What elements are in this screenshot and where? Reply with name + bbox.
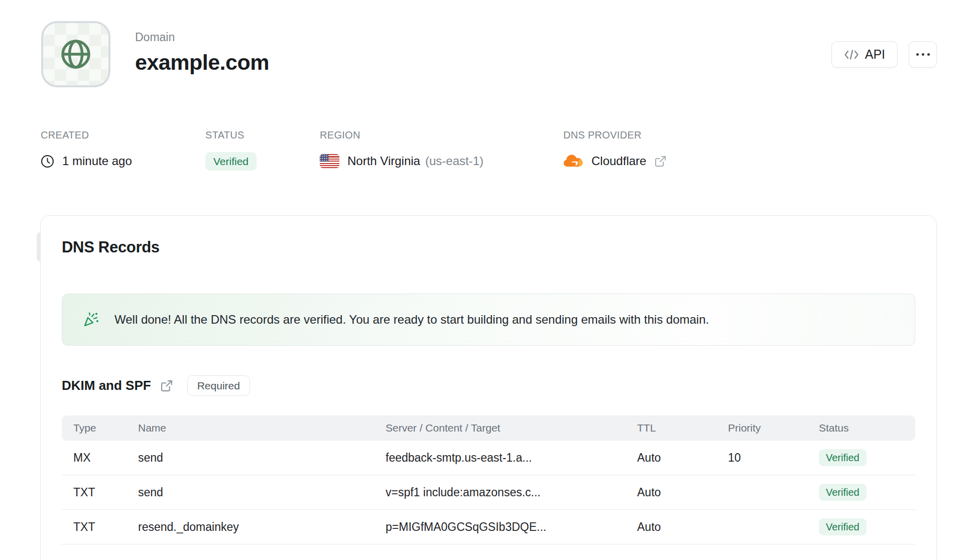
clock-icon <box>41 155 54 168</box>
ellipsis-icon <box>916 53 930 56</box>
col-priority: Priority <box>728 422 819 434</box>
domain-label: Domain <box>135 31 175 44</box>
page-title: example.com <box>135 50 269 75</box>
region-value: North Virginia (us-east-1) <box>320 151 483 172</box>
external-link-icon[interactable] <box>160 379 173 392</box>
row-status-badge: Verified <box>819 449 867 466</box>
external-link-icon <box>654 155 667 168</box>
cell-name: send <box>138 451 386 465</box>
created-label: CREATED <box>41 129 89 141</box>
required-badge: Required <box>187 375 250 396</box>
globe-icon <box>58 36 94 72</box>
cell-name: resend._domainkey <box>138 520 386 534</box>
row-status-badge: Verified <box>819 518 867 535</box>
more-button[interactable] <box>909 41 937 68</box>
cell-priority: 10 <box>728 451 819 465</box>
col-content: Server / Content / Target <box>386 422 637 434</box>
col-ttl: TTL <box>637 422 728 434</box>
cell-type: TXT <box>73 520 138 534</box>
table-row[interactable]: TXT send v=spf1 include:amazonses.c... A… <box>62 475 915 510</box>
cell-content: feedback-smtp.us-east-1.a... <box>386 451 637 465</box>
dns-records-card: DNS Records Well done! All the DNS recor… <box>40 215 937 560</box>
status-label: STATUS <box>205 129 245 141</box>
api-button-label: API <box>865 47 885 62</box>
cell-type: TXT <box>73 486 138 499</box>
api-button[interactable]: API <box>831 41 898 68</box>
cell-name: send <box>138 486 386 499</box>
dns-provider-value[interactable]: Cloudflare <box>563 151 667 172</box>
table-header-row: Type Name Server / Content / Target TTL … <box>62 415 915 441</box>
dns-provider-label: DNS PROVIDER <box>563 129 642 141</box>
col-type: Type <box>73 422 138 434</box>
cell-type: MX <box>73 451 138 465</box>
dkim-spf-section-head: DKIM and SPF Required <box>62 375 250 396</box>
col-status: Status <box>819 422 915 434</box>
cell-content: p=MIGfMA0GCSqGSIb3DQE... <box>386 520 637 534</box>
created-text: 1 minute ago <box>62 154 132 168</box>
cell-ttl: Auto <box>637 451 728 465</box>
dns-records-table: Type Name Server / Content / Target TTL … <box>62 415 915 544</box>
party-popper-icon <box>82 311 99 328</box>
region-label: REGION <box>320 129 360 141</box>
dns-records-title: DNS Records <box>62 238 160 256</box>
domain-detail-page: Domain example.com API CREATED STATUS RE… <box>0 0 976 560</box>
region-name: North Virginia <box>347 154 420 168</box>
header-actions: API <box>831 41 937 68</box>
verified-banner: Well done! All the DNS records are verif… <box>62 294 915 346</box>
cell-ttl: Auto <box>637 520 728 534</box>
status-badge: Verified <box>205 152 257 171</box>
us-flag-icon <box>320 154 339 168</box>
code-icon <box>844 49 859 60</box>
col-name: Name <box>138 422 386 434</box>
cloudflare-icon <box>563 155 583 168</box>
region-code: (us-east-1) <box>425 154 483 168</box>
dns-provider-name: Cloudflare <box>591 154 646 168</box>
cell-content: v=spf1 include:amazonses.c... <box>386 486 637 499</box>
verified-banner-message: Well done! All the DNS records are verif… <box>114 313 709 327</box>
created-value: 1 minute ago <box>41 151 132 172</box>
domain-avatar <box>41 21 110 87</box>
row-status-badge: Verified <box>819 484 867 501</box>
cell-ttl: Auto <box>637 486 728 499</box>
dkim-spf-title: DKIM and SPF <box>62 378 151 393</box>
status-value: Verified <box>205 151 257 172</box>
table-row[interactable]: MX send feedback-smtp.us-east-1.a... Aut… <box>62 441 915 475</box>
table-row[interactable]: TXT resend._domainkey p=MIGfMA0GCSqGSIb3… <box>62 510 915 544</box>
